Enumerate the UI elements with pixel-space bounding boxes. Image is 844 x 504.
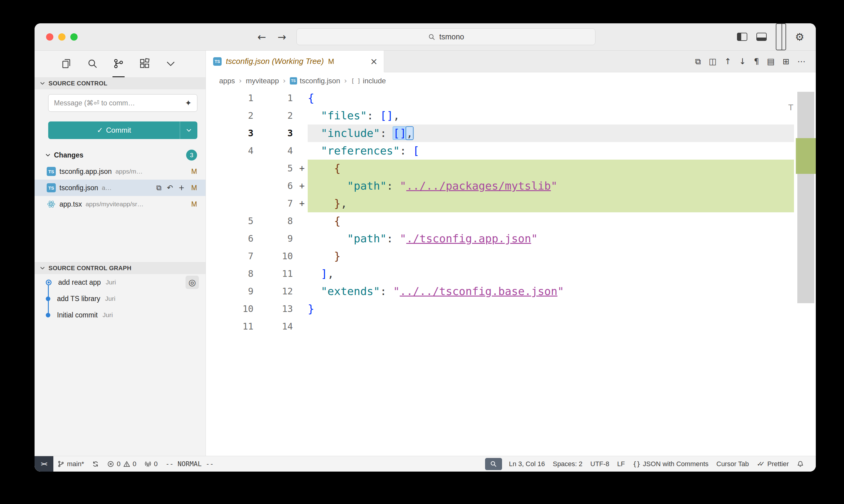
gutter-modified-line-number[interactable]: 11 [257,265,297,283]
gutter-modified-line-number[interactable]: 6+ [257,177,297,195]
encoding-status[interactable]: UTF-8 [586,456,613,472]
extensions-icon[interactable] [139,51,151,77]
open-changes-icon[interactable]: ⧉ [695,57,701,66]
code-line[interactable]: 7+ }, [206,195,816,212]
code-line[interactable]: 1114 [206,318,816,335]
diff-added-line-text[interactable]: "path": "../../packages/mytslib" [308,177,794,195]
settings-gear-icon[interactable]: ⚙ [795,31,804,43]
language-mode-status[interactable]: {} JSON with Comments [629,456,712,472]
gutter-original-line-number[interactable]: 7 [206,248,257,265]
cursor-tab-status[interactable]: Cursor Tab [712,456,753,472]
notifications-button[interactable] [793,456,808,472]
gutter-original-line-number[interactable] [206,160,257,177]
gutter-original-line-number[interactable]: 8 [206,265,257,283]
toggle-panel-icon[interactable] [756,33,767,41]
breadcrumb-item[interactable]: [ ]include [351,77,386,85]
gutter-modified-line-number[interactable]: 5+ [257,160,297,177]
graph-header[interactable]: SOURCE CONTROL GRAPH [35,262,206,274]
sync-changes-button[interactable] [88,456,103,472]
code-line[interactable]: 710 } [206,248,816,265]
tab-tsconfig-json[interactable]: TS tsconfig.json (Working Tree) M × [206,51,384,72]
breadcrumb-item[interactable]: apps [219,77,235,85]
code-line[interactable]: 1013} [206,300,816,318]
close-window-button[interactable] [46,33,53,41]
gutter-modified-line-number[interactable]: 12 [257,283,297,300]
gutter-original-line-number[interactable]: 1 [206,89,257,107]
code-line-text[interactable]: "files": [], [308,107,794,125]
gutter-modified-line-number[interactable]: 13 [257,300,297,318]
gutter-modified-line-number[interactable]: 9 [257,230,297,248]
gutter-modified-line-number[interactable]: 2 [257,107,297,125]
gutter-original-line-number[interactable]: 9 [206,283,257,300]
file-row[interactable]: TStsconfig.app.jsonapps/m…M [35,163,206,180]
diff-added-line-text[interactable]: { [308,160,794,177]
discard-changes-icon[interactable]: ↶ [167,183,173,192]
gutter-modified-line-number[interactable]: 4 [257,142,297,160]
gutter-modified-line-number[interactable]: 3 [257,125,297,142]
changes-header[interactable]: Changes 3 [35,147,206,163]
code-line[interactable]: 58 { [206,212,816,230]
vim-mode-indicator[interactable]: -- NORMAL -- [161,456,218,472]
stage-changes-icon[interactable]: + [178,183,185,192]
gutter-original-line-number[interactable]: 5 [206,212,257,230]
command-center-search[interactable]: tsmono [296,29,596,45]
back-icon[interactable]: ← [257,31,266,43]
code-line[interactable]: 811 ], [206,265,816,283]
minimize-window-button[interactable] [58,33,66,41]
gutter-modified-line-number[interactable]: 1 [257,89,297,107]
commit-button[interactable]: ✓ Commit [48,122,197,139]
commit-row[interactable]: Initial commitJuri [35,307,206,323]
code-line[interactable]: 44 "references": [ [206,142,816,160]
source-control-header[interactable]: SOURCE CONTROL [35,77,206,89]
gutter-original-line-number[interactable] [206,177,257,195]
breadcrumb-item[interactable]: TStsconfig.json [290,77,340,85]
file-row[interactable]: TStsconfig.jsona…⧉↶+M [35,180,206,196]
code-line-text[interactable]: { [308,212,794,230]
formatter-status[interactable]: ✓✓ Prettier [753,456,793,472]
code-line[interactable]: 22 "files": [], [206,107,816,125]
branch-status[interactable]: main* [53,456,88,472]
code-line-text[interactable]: { [308,89,794,107]
commit-row[interactable]: add TS libraryJuri [35,290,206,307]
eol-status[interactable]: LF [613,456,629,472]
commit-button-main[interactable]: ✓ Commit [48,122,180,139]
ports-status[interactable]: 0 [140,456,161,472]
gutter-original-line-number[interactable]: 10 [206,300,257,318]
split-editor-icon[interactable]: ⊞ [782,57,789,66]
forward-icon[interactable]: → [278,31,287,43]
explorer-icon[interactable] [60,51,72,77]
gutter-original-line-number[interactable]: 11 [206,318,257,335]
code-line[interactable]: 33 "include": [], [206,125,816,142]
remote-indicator[interactable]: >< [35,456,53,472]
sparkle-ai-icon[interactable]: ✦ [185,98,192,108]
code-line-text[interactable]: "references": [ [308,142,794,160]
code-line-text[interactable]: "path": "./tsconfig.app.json" [308,230,794,248]
inline-view-icon[interactable]: ◫ [709,57,717,66]
code-line[interactable]: 912 "extends": "../../tsconfig.base.json… [206,283,816,300]
commit-row[interactable]: add react appJuri◎ [35,274,206,290]
gutter-modified-line-number[interactable]: 8 [257,212,297,230]
commit-dropdown-button[interactable] [180,122,197,139]
source-control-icon[interactable] [113,51,125,77]
close-tab-icon[interactable]: × [370,56,378,67]
maximize-window-button[interactable] [70,33,77,41]
scrollbar-thumb[interactable] [797,92,814,303]
file-row[interactable]: app.tsxapps/myviteapp/sr…M [35,196,206,212]
toggle-sidebar-icon[interactable] [737,33,747,41]
commit-message-input[interactable] [54,99,182,107]
gutter-modified-line-number[interactable]: 7+ [257,195,297,212]
code-line[interactable]: 11{ [206,89,816,107]
zoom-indicator[interactable] [485,458,502,470]
code-line-text[interactable]: } [308,248,794,265]
code-line[interactable]: 69 "path": "./tsconfig.app.json" [206,230,816,248]
gutter-original-line-number[interactable]: 6 [206,230,257,248]
chevron-down-icon[interactable] [165,51,177,77]
toggle-whitespace-icon[interactable]: ¶ [754,57,759,66]
gutter-modified-line-number[interactable]: 10 [257,248,297,265]
open-file-icon[interactable]: ⧉ [156,183,161,192]
code-line[interactable]: 6+ "path": "../../packages/mytslib" [206,177,816,195]
breadcrumb-item[interactable]: myviteapp [246,77,279,85]
code-line-text[interactable]: ], [308,265,794,283]
code-line-text[interactable]: "extends": "../../tsconfig.base.json" [308,283,794,300]
next-change-icon[interactable]: ↓ [739,57,746,66]
